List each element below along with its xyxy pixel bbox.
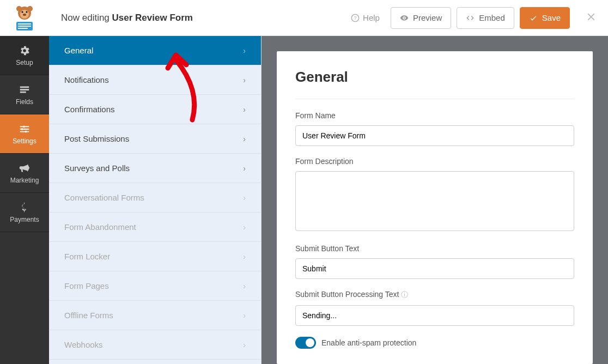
settings-row-locker[interactable]: Form Locker› <box>49 242 261 271</box>
chevron-right-icon: › <box>243 341 246 349</box>
nav-settings[interactable]: Settings <box>0 114 49 154</box>
editing-title: Now editing User Review Form <box>61 13 193 23</box>
close-icon <box>585 11 597 23</box>
settings-row-abandonment[interactable]: Form Abandonment› <box>49 213 261 242</box>
sliders-icon <box>19 123 31 135</box>
top-bar: Now editing User Review Form ? Help Prev… <box>0 0 608 36</box>
chevron-right-icon: › <box>243 311 246 320</box>
gear-icon <box>19 45 31 57</box>
form-description-label: Form Description <box>295 157 574 166</box>
dollar-icon <box>19 202 31 214</box>
svg-point-13 <box>23 125 25 128</box>
svg-text:?: ? <box>354 15 356 21</box>
content-area: General Form Name Form Description Submi… <box>262 36 608 364</box>
submit-text-input[interactable] <box>295 258 574 279</box>
svg-point-2 <box>27 6 33 11</box>
chevron-right-icon: › <box>243 46 246 55</box>
left-icon-bar: Setup Fields Settings Marketing Payments <box>0 36 49 364</box>
nav-setup[interactable]: Setup <box>0 36 49 75</box>
nav-marketing[interactable]: Marketing <box>0 154 49 193</box>
form-icon <box>19 84 31 96</box>
chevron-right-icon: › <box>243 252 246 261</box>
chevron-right-icon: › <box>243 105 246 114</box>
panel-heading: General <box>295 69 574 86</box>
close-button[interactable] <box>585 11 597 25</box>
help-icon: ? <box>351 14 360 22</box>
chevron-right-icon: › <box>243 76 246 84</box>
submit-text-label: Submit Button Text <box>295 244 574 253</box>
svg-point-14 <box>21 128 23 130</box>
code-icon <box>466 14 475 22</box>
nav-fields[interactable]: Fields <box>0 75 49 114</box>
save-button[interactable]: Save <box>520 7 570 29</box>
embed-button[interactable]: Embed <box>457 7 514 29</box>
settings-row-general[interactable]: General› <box>49 36 261 65</box>
general-settings-card: General Form Name Form Description Submi… <box>277 51 593 364</box>
antispam-label: Enable anti-spam protection <box>321 338 416 347</box>
settings-menu: General› Notifications› Confirmations› P… <box>49 36 262 364</box>
eye-icon <box>400 14 409 22</box>
chevron-right-icon: › <box>243 282 246 290</box>
chevron-right-icon: › <box>243 164 246 173</box>
form-name-label: Form Name <box>295 111 574 120</box>
settings-row-confirmations[interactable]: Confirmations› <box>49 95 261 124</box>
settings-row-surveys-polls[interactable]: Surveys and Polls› <box>49 154 261 183</box>
bullhorn-icon <box>19 162 31 174</box>
preview-button[interactable]: Preview <box>391 7 451 29</box>
chevron-right-icon: › <box>243 135 246 143</box>
svg-point-1 <box>16 6 22 11</box>
form-description-input[interactable] <box>295 171 574 231</box>
settings-row-offline[interactable]: Offline Forms› <box>49 301 261 330</box>
settings-row-webhooks[interactable]: Webhooks› <box>49 330 261 360</box>
settings-row-conversational[interactable]: Conversational Forms› <box>49 183 261 213</box>
editing-form-name: User Review Form <box>112 13 193 23</box>
svg-point-5 <box>26 11 28 13</box>
processing-text-input[interactable] <box>295 305 574 326</box>
nav-payments[interactable]: Payments <box>0 193 49 232</box>
processing-text-label: Submit Button Processing Text ⓘ <box>295 290 574 300</box>
svg-rect-8 <box>18 23 31 25</box>
app-logo <box>0 0 49 36</box>
antispam-toggle[interactable] <box>295 337 316 349</box>
svg-rect-9 <box>18 26 31 27</box>
svg-point-15 <box>25 130 27 132</box>
settings-row-pages[interactable]: Form Pages› <box>49 271 261 301</box>
help-link[interactable]: ? Help <box>351 13 380 22</box>
help-tip-icon[interactable]: ⓘ <box>401 290 408 299</box>
form-name-input[interactable] <box>295 125 574 146</box>
chevron-right-icon: › <box>243 193 246 202</box>
settings-row-post-submissions[interactable]: Post Submissions› <box>49 124 261 154</box>
svg-point-6 <box>23 14 26 16</box>
divider <box>295 99 574 99</box>
svg-rect-10 <box>18 28 28 29</box>
settings-row-notifications[interactable]: Notifications› <box>49 65 261 95</box>
check-icon <box>529 14 538 22</box>
chevron-right-icon: › <box>243 223 246 232</box>
editing-prefix: Now editing <box>61 13 110 23</box>
svg-point-4 <box>22 11 23 13</box>
